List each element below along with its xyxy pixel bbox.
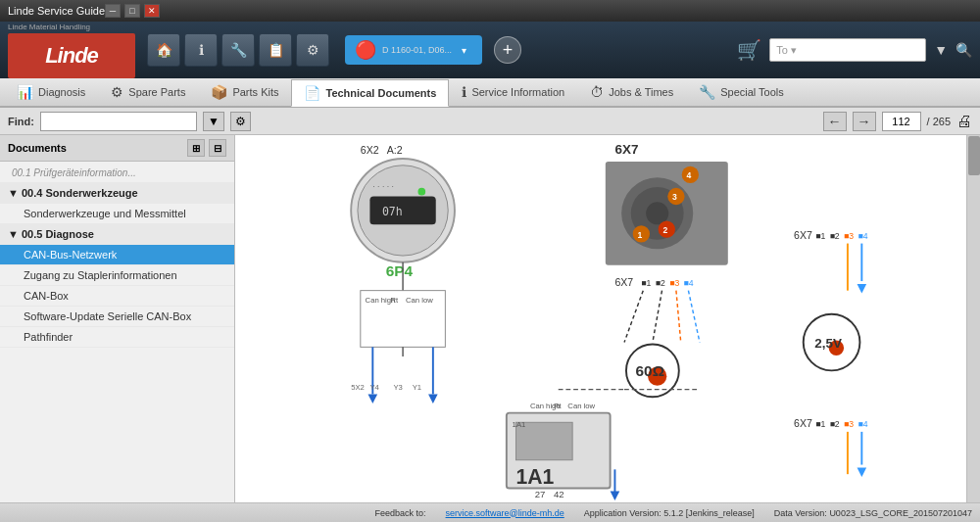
- svg-text:A:2: A:2: [387, 144, 403, 156]
- svg-text:Can low: Can low: [406, 296, 433, 305]
- svg-text:. . . . .: . . . . .: [372, 179, 394, 189]
- logo-area: Linde: [8, 33, 135, 78]
- sidebar-icons: ⊞ ⊟: [187, 139, 226, 157]
- svg-text:42: 42: [554, 489, 564, 499]
- svg-text:■4: ■4: [858, 419, 868, 429]
- info-button[interactable]: ℹ: [184, 33, 218, 67]
- print-button[interactable]: 🖨: [956, 113, 972, 130]
- nav-tabs: 📊 Diagnosis ⚙ Spare Parts 📦 Parts Kits 📄…: [0, 78, 980, 108]
- sidebar-item-canbox[interactable]: CAN-Box: [0, 286, 234, 307]
- sidebar-item-prev[interactable]: 00.1 Prüfgeräteinformation...: [0, 164, 234, 183]
- sidebar-item-sonder-sub[interactable]: Sonderwerkzeuge und Messmittel: [0, 204, 234, 224]
- prev-page-button[interactable]: ←: [823, 112, 847, 131]
- svg-text:2,5V: 2,5V: [814, 336, 842, 351]
- section-toggle2-icon: ▼: [8, 228, 22, 240]
- find-input[interactable]: [40, 112, 197, 131]
- tab-service-info[interactable]: ℹ Service Information: [449, 78, 577, 106]
- logo-wrapper: Linde Material Handling Linde: [8, 23, 135, 78]
- find-options-button[interactable]: ⚙: [230, 112, 251, 131]
- svg-text:Rt: Rt: [554, 402, 563, 410]
- special-tools-icon: 🔧: [699, 84, 715, 100]
- tab-spare-parts[interactable]: ⚙ Spare Parts: [98, 78, 198, 106]
- sidebar-item-diagnose-section[interactable]: ▼ 00.5 Diagnose: [0, 224, 234, 245]
- page-number-input[interactable]: [882, 112, 921, 131]
- maximize-button[interactable]: □: [124, 4, 140, 18]
- sidebar: Documents ⊞ ⊟ 00.1 Prüfgeräteinformation…: [0, 135, 235, 502]
- svg-text:■2: ■2: [656, 278, 665, 288]
- svg-text:4: 4: [687, 170, 692, 180]
- sidebar-item-canbus[interactable]: CAN-Bus-Netzwerk: [0, 245, 234, 265]
- tab-parts-kits[interactable]: 📦 Parts Kits: [198, 78, 291, 106]
- vehicle-tab[interactable]: 🔴 D 1160-01, D06... ▾: [345, 35, 482, 65]
- minimize-button[interactable]: ─: [105, 4, 121, 18]
- tools-button[interactable]: 🔧: [221, 33, 255, 67]
- svg-text:■1: ■1: [641, 278, 651, 288]
- svg-text:Y1: Y1: [413, 383, 421, 392]
- doc-viewer: 6X2 A:2 07h . . . . . 6P4 Can high Rt Ca…: [235, 135, 966, 502]
- scroll-track[interactable]: [966, 135, 980, 502]
- spare-parts-icon: ⚙: [111, 84, 123, 100]
- scroll-thumb[interactable]: [968, 136, 980, 175]
- find-label: Find:: [8, 116, 34, 127]
- home-button[interactable]: 🏠: [147, 33, 180, 67]
- svg-point-7: [417, 188, 425, 196]
- close-button[interactable]: ✕: [144, 4, 160, 18]
- tab-special-tools[interactable]: 🔧 Special Tools: [686, 78, 797, 106]
- sidebar-item-software-update[interactable]: Software-Update Serielle CAN-Box: [0, 307, 234, 327]
- filter-icon[interactable]: ▼: [934, 42, 948, 58]
- sidebar-tree: 00.1 Prüfgeräteinformation... ▼ 00.4 Son…: [0, 162, 234, 502]
- vehicle-tab-text: D 1160-01, D06...: [382, 45, 452, 55]
- sidebar-item-zugang[interactable]: Zugang zu Staplerinformationen: [0, 265, 234, 286]
- diagnosis-icon: 📊: [17, 84, 33, 100]
- filter2-icon[interactable]: 🔍: [956, 42, 972, 58]
- svg-text:1A1: 1A1: [515, 465, 554, 488]
- svg-text:Can low: Can low: [567, 402, 595, 410]
- find-filter-button[interactable]: ▼: [203, 112, 224, 131]
- vehicle-icon: 🔴: [355, 39, 376, 61]
- svg-text:5X2: 5X2: [351, 383, 365, 392]
- sidebar-collapse-button[interactable]: ⊟: [209, 139, 226, 157]
- feedback-email[interactable]: service.software@linde-mh.de: [446, 508, 564, 518]
- page-total: / 265: [927, 116, 951, 127]
- svg-text:6X7: 6X7: [794, 229, 812, 241]
- svg-text:6X7: 6X7: [794, 417, 812, 429]
- svg-text:■1: ■1: [815, 419, 825, 429]
- cart-icon[interactable]: 🛒: [737, 38, 761, 62]
- svg-text:Y4: Y4: [369, 383, 379, 392]
- svg-text:2: 2: [662, 225, 667, 235]
- svg-rect-5: [369, 197, 435, 225]
- svg-text:■3: ■3: [669, 278, 679, 288]
- svg-text:■4: ■4: [684, 278, 694, 288]
- tab-technical-docs[interactable]: 📄 Technical Documents: [291, 79, 449, 107]
- app-header: Linde Material Handling Linde 🏠 ℹ 🔧 📋 ⚙ …: [0, 22, 980, 78]
- header-search[interactable]: To ▾: [769, 38, 926, 62]
- sidebar-title: Documents: [8, 142, 67, 154]
- sidebar-item-pathfinder[interactable]: Pathfinder: [0, 327, 234, 348]
- svg-text:■3: ■3: [844, 231, 854, 241]
- svg-text:6X7: 6X7: [614, 142, 638, 157]
- svg-text:■1: ■1: [815, 231, 825, 241]
- sidebar-item-sonderwerkzeuge-section[interactable]: ▼ 00.4 Sonderwerkzeuge: [0, 183, 234, 204]
- vehicle-label: D 1160-01, D06...: [382, 45, 452, 55]
- jobs-times-icon: ⏱: [590, 84, 604, 100]
- diagram-svg: 6X2 A:2 07h . . . . . 6P4 Can high Rt Ca…: [235, 135, 966, 502]
- svg-text:Y3: Y3: [393, 383, 402, 392]
- add-tab-button[interactable]: +: [494, 36, 521, 64]
- title-bar-controls: ─ □ ✕: [105, 4, 160, 18]
- parts-button[interactable]: 📋: [259, 33, 292, 67]
- svg-text:60Ω: 60Ω: [636, 362, 664, 379]
- find-bar: Find: ▼ ⚙ ← → / 265 🖨: [0, 108, 980, 135]
- sidebar-expand-button[interactable]: ⊞: [187, 139, 205, 157]
- logo-text: Linde: [45, 43, 98, 69]
- svg-text:1A1: 1A1: [513, 420, 526, 429]
- section-toggle-icon: ▼: [8, 187, 22, 199]
- svg-text:■2: ■2: [830, 419, 840, 429]
- service-info-icon: ℹ: [462, 84, 466, 100]
- settings-button[interactable]: ⚙: [296, 33, 329, 67]
- tab-diagnosis[interactable]: 📊 Diagnosis: [4, 78, 98, 106]
- data-version: Data Version: U0023_LSG_CORE_20150720104…: [774, 508, 972, 518]
- svg-text:6X7: 6X7: [614, 276, 633, 288]
- next-page-button[interactable]: →: [853, 112, 876, 131]
- brand-label: Linde Material Handling: [8, 23, 135, 31]
- tab-jobs-times[interactable]: ⏱ Jobs & Times: [577, 78, 686, 106]
